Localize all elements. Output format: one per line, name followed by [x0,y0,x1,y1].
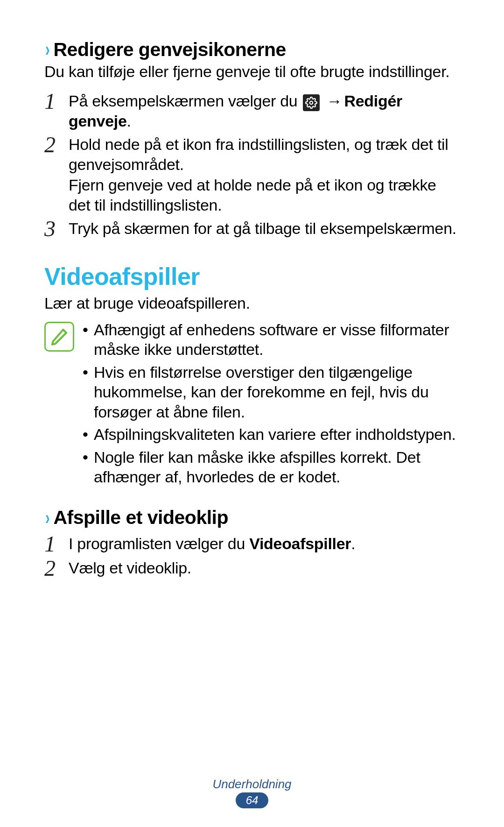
step-item: 1 I programlisten vælger du Videoafspill… [44,534,460,555]
s3-step2-line1: Vælg et videoklip. [69,558,460,578]
section1-intro: Du kan tilføje eller fjerne genveje til … [44,62,460,82]
page-number-badge: 64 [236,792,268,808]
heading-videoplayer: Videoafspiller [44,262,460,290]
footer-section-label: Underholdning [0,777,504,792]
note-bullets: Afhængigt af enhedens software er visse … [81,320,460,490]
s3-step1-pre: I programlisten vælger du [69,535,249,552]
note-block: Afhængigt af enhedens software er visse … [44,320,460,490]
step-number: 1 [44,90,69,113]
settings-gear-icon [303,94,320,111]
step-body: Tryk på skærmen for at gå tilbage til ek… [69,219,460,240]
subheading-edit-shortcuts: › Redigere genvejsikonerne [44,38,460,61]
svg-point-0 [309,101,313,104]
chevron-right-icon: › [45,507,49,529]
arrow-right: → [327,92,343,110]
step-number: 1 [44,533,69,555]
subheading-text: Redigere genvejsikonerne [54,39,286,61]
page-footer: Underholdning 64 [0,777,504,808]
step1-post: . [127,112,131,130]
step1-pre: På eksempelskærmen vælger du [69,92,302,110]
chevron-right-icon: › [45,38,49,61]
subheading-play-video: › Afspille et videoklip [44,507,460,529]
step-item: 3 Tryk på skærmen for at gå tilbage til … [44,219,460,240]
step-body: Vælg et videoklip. [69,558,460,579]
step-item: 2 Vælg et videoklip. [44,558,460,580]
note-item: Hvis en filstørrelse overstiger den tilg… [81,362,460,422]
note-item: Afhængigt af enhedens software er visse … [81,320,460,360]
step-body: I programlisten vælger du Videoafspiller… [69,534,460,555]
step-item: 2 Hold nede på et ikon fra indstillingsl… [44,134,460,216]
step2-line2: Fjern genveje ved at holde nede på et ik… [69,175,460,215]
section1-steps: 1 På eksempelskærmen vælger du →Redigér … [44,91,460,240]
step-body: På eksempelskærmen vælger du →Redigér ge… [69,91,460,132]
step2-line1: Hold nede på et ikon fra indstillingslis… [69,134,460,174]
manual-page: › Redigere genvejsikonerne Du kan tilføj… [0,0,504,827]
note-item: Afspilningskvaliteten kan variere efter … [81,424,460,445]
s3-step1-bold: Videoafspiller [249,535,351,552]
section3-steps: 1 I programlisten vælger du Videoafspill… [44,534,460,580]
note-pencil-icon [44,322,74,352]
step-number: 2 [44,134,69,156]
subheading-text: Afspille et videoklip [54,507,229,529]
section2-intro: Lær at bruge videoafspilleren. [44,293,460,313]
step-number: 3 [44,218,69,240]
note-item: Nogle filer kan måske ikke afspilles kor… [81,447,460,487]
step-item: 1 På eksempelskærmen vælger du →Redigér … [44,91,460,132]
step-number: 2 [44,557,69,580]
s3-step1-post: . [351,535,355,552]
step3-line1: Tryk på skærmen for at gå tilbage til ek… [69,219,460,239]
step-body: Hold nede på et ikon fra indstillingslis… [69,134,460,216]
